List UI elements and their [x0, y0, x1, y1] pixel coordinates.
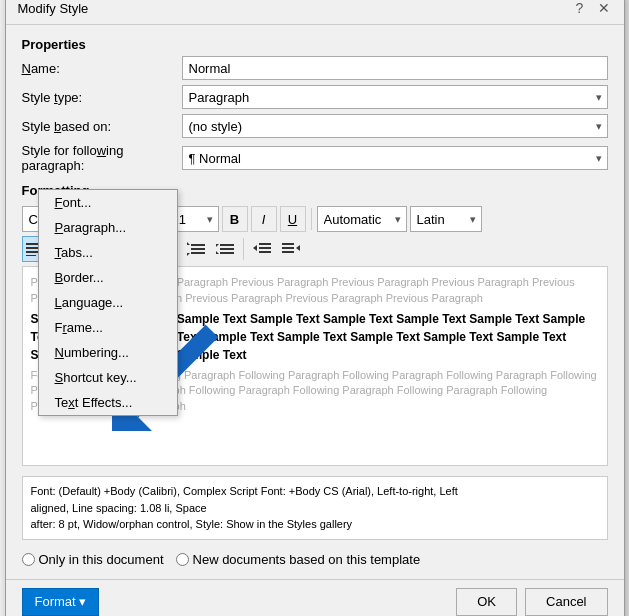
indent-increase-button[interactable]: [278, 236, 304, 262]
only-doc-label: Only in this document: [39, 552, 164, 567]
context-menu-item-frame[interactable]: Frame...: [39, 315, 177, 340]
svg-rect-3: [26, 255, 36, 256]
context-menu-item-font[interactable]: Font...: [39, 190, 177, 215]
new-docs-label: New documents based on this template: [193, 552, 421, 567]
following-label: Style for following paragraph:: [22, 143, 182, 173]
description-line2: aligned, Line spacing: 1.08 li, Space: [31, 502, 207, 514]
close-icon[interactable]: ✕: [596, 0, 612, 16]
context-menu-item-border[interactable]: Border...: [39, 265, 177, 290]
context-menu-item-shortcut[interactable]: Shortcut key...: [39, 365, 177, 390]
description-line3: after: 8 pt, Widow/orphan control, Style…: [31, 518, 353, 530]
color-select[interactable]: Automatic: [317, 206, 407, 232]
separator-1: [311, 208, 312, 230]
following-select[interactable]: ¶ Normal: [182, 146, 608, 170]
svg-marker-29: [216, 251, 219, 254]
name-label: Name:: [22, 61, 182, 76]
svg-rect-1: [26, 247, 38, 249]
only-doc-radio[interactable]: [22, 553, 35, 566]
svg-rect-20: [191, 244, 205, 246]
dialog-title: Modify Style: [18, 1, 89, 16]
options-row: Only in this document New documents base…: [22, 552, 608, 567]
svg-rect-27: [220, 252, 234, 254]
dialog-body: Properties Name: Style type: Paragraph S…: [6, 25, 624, 579]
context-menu-item-tabs[interactable]: Tabs...: [39, 240, 177, 265]
separator-4: [243, 238, 244, 260]
style-type-label: Style type:: [22, 90, 182, 105]
svg-rect-30: [259, 243, 271, 245]
line-spacing-button[interactable]: [183, 236, 209, 262]
dialog-footer: Format ▾ OK Cancel: [6, 579, 624, 616]
cancel-button[interactable]: Cancel: [525, 588, 607, 616]
properties-section-label: Properties: [22, 37, 608, 52]
format-button[interactable]: Format ▾: [22, 588, 100, 616]
style-based-select-wrap: (no style): [182, 114, 608, 138]
indent-decrease-button[interactable]: [249, 236, 275, 262]
color-select-wrap: Automatic: [317, 206, 407, 232]
svg-rect-26: [220, 248, 234, 250]
help-icon[interactable]: ?: [572, 0, 588, 16]
preview-wrapper: Previous Paragraph Previous Paragraph Pr…: [22, 266, 608, 466]
modify-style-dialog: Modify Style ? ✕ Properties Name: Style …: [5, 0, 625, 616]
properties-section: Properties Name: Style type: Paragraph S…: [22, 37, 608, 173]
style-type-select-wrap: Paragraph: [182, 85, 608, 109]
svg-marker-23: [187, 242, 190, 245]
context-menu-item-paragraph[interactable]: Paragraph...: [39, 215, 177, 240]
svg-marker-24: [187, 253, 190, 256]
svg-rect-35: [282, 247, 294, 249]
style-based-select[interactable]: (no style): [182, 114, 608, 138]
description-line1: Font: (Default) +Body (Calibri), Complex…: [31, 485, 458, 497]
svg-marker-37: [296, 245, 300, 251]
lang-select[interactable]: Latin: [410, 206, 482, 232]
underline-button[interactable]: U: [280, 206, 306, 232]
svg-rect-36: [282, 251, 294, 253]
svg-rect-22: [191, 252, 205, 254]
only-doc-option[interactable]: Only in this document: [22, 552, 164, 567]
svg-rect-31: [259, 247, 271, 249]
svg-rect-21: [191, 248, 205, 250]
new-docs-option[interactable]: New documents based on this template: [176, 552, 421, 567]
context-menu-item-text-effects[interactable]: Text Effects...: [39, 390, 177, 415]
italic-button[interactable]: I: [251, 206, 277, 232]
following-select-wrap: ¶ Normal: [182, 146, 608, 170]
description-area: Font: (Default) +Body (Calibri), Complex…: [22, 476, 608, 540]
svg-rect-32: [259, 251, 271, 253]
footer-right: OK Cancel: [456, 588, 607, 616]
lang-select-wrap: Latin: [410, 206, 482, 232]
svg-rect-25: [220, 244, 234, 246]
new-docs-radio[interactable]: [176, 553, 189, 566]
svg-rect-34: [282, 243, 294, 245]
style-based-label: Style based on:: [22, 119, 182, 134]
properties-grid: Name: Style type: Paragraph Style based …: [22, 56, 608, 173]
context-menu: Font... Paragraph... Tabs... Border... L…: [38, 189, 178, 416]
ok-button[interactable]: OK: [456, 588, 517, 616]
formatting-section: Formatting Calibri (Body) 11 B I U: [22, 183, 608, 466]
line-spacing-decrease-button[interactable]: [212, 236, 238, 262]
svg-marker-28: [216, 244, 219, 247]
context-menu-item-language[interactable]: Language...: [39, 290, 177, 315]
style-type-select[interactable]: Paragraph: [182, 85, 608, 109]
title-bar: Modify Style ? ✕: [6, 0, 624, 25]
bold-button[interactable]: B: [222, 206, 248, 232]
svg-marker-33: [253, 245, 257, 251]
title-bar-icons: ? ✕: [572, 0, 612, 16]
context-menu-item-numbering[interactable]: Numbering...: [39, 340, 177, 365]
name-input[interactable]: [182, 56, 608, 80]
